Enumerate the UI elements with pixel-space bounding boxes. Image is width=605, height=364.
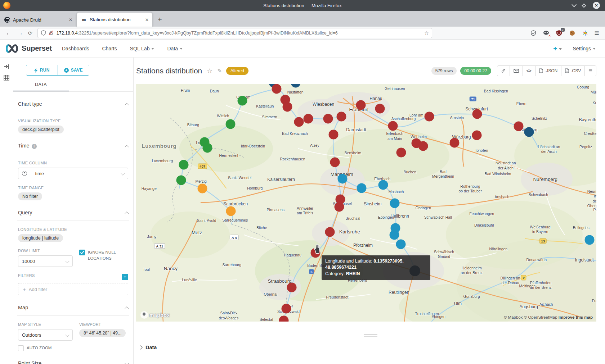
time-column-select[interactable]: __time [18,168,128,179]
station-dot-mosel[interactable] [203,143,212,153]
nav-item-sql-lab[interactable]: SQL Lab [130,46,154,51]
url-bar[interactable]: 172.18.0.4:32251/superset/explore/?form_… [37,28,432,38]
firefox-menu-icon[interactable]: ☰ [595,30,599,36]
section-point-size[interactable]: Point Size [18,360,128,364]
run-button[interactable]: RUN [26,65,58,75]
new-item-button[interactable]: + [553,45,562,53]
row-limit-select[interactable]: 10000 [18,255,73,267]
add-filter-box[interactable]: + Add filter [18,283,128,295]
station-dot-main[interactable] [524,127,534,137]
tab-close-icon[interactable]: ✕ [69,17,72,22]
export-json-button[interactable]: .JSON [535,66,561,76]
lonlat-pill[interactable]: longitude | latitude [18,234,63,242]
section-map[interactable]: Map [18,305,128,315]
chart-menu-button[interactable]: ☰ [584,66,596,76]
window-minimize-icon[interactable] [572,2,577,7]
insecure-lock-icon[interactable] [48,30,54,36]
nav-item-charts[interactable]: Charts [102,46,117,51]
station-dot-neckar[interactable] [584,235,594,245]
station-dot-neckar[interactable] [337,174,347,183]
station-dot-rhein[interactable] [472,109,482,119]
collapse-panel-icon[interactable] [4,64,9,69]
station-dot-saar[interactable] [198,183,207,193]
nav-item-data[interactable]: Data [167,46,183,51]
improve-map-link[interactable]: Improve this map [559,315,593,319]
station-dot-rhein[interactable] [281,304,291,313]
mask-extension-icon[interactable]: ✕ [543,29,550,37]
map-style-select[interactable]: Outdoors [18,329,73,341]
mapbox-logo[interactable]: mapbox [140,311,170,319]
bookmark-star-icon[interactable]: ☆ [424,30,429,36]
share-link-button[interactable] [497,66,510,76]
nav-item-dashboards[interactable]: Dashboards [62,46,89,51]
station-dot-rhein[interactable] [272,84,281,94]
station-dot-neckar[interactable] [389,230,399,240]
section-query[interactable]: Query [18,210,128,220]
station-dot-mosel[interactable] [238,96,247,105]
station-dot-mosel[interactable] [176,176,186,185]
window-maximize-icon[interactable] [582,3,586,8]
station-dot-rhein[interactable] [336,112,346,122]
colorful-asterisk-icon[interactable] [582,29,589,37]
new-tab-button[interactable]: + [158,15,162,24]
station-dot-rhein[interactable] [388,121,398,131]
station-dot-neckar[interactable] [390,198,400,208]
resize-handle[interactable] [364,334,377,337]
station-dot-neckar[interactable] [357,183,367,193]
add-filter-plus-button[interactable]: + [122,274,128,280]
station-dot-rhein[interactable] [329,130,339,140]
cookie-extension-icon[interactable] [569,29,576,37]
station-dot-rhein[interactable] [418,141,428,151]
ublock-icon[interactable]: 2 [556,29,563,37]
tab-close-icon[interactable]: ✕ [145,17,149,22]
station-dot-rhein[interactable] [450,138,460,147]
favorite-star-icon[interactable]: ☆ [207,67,212,75]
station-dot-rhein[interactable] [283,102,292,112]
station-dot-rhein[interactable] [330,158,340,167]
superset-logo[interactable]: Superset [4,44,52,54]
embed-code-button[interactable]: <> [523,66,535,76]
map-canvas[interactable]: Longitude and Latitude: 8.1359273095, 48… [136,84,596,322]
station-dot-rhein[interactable] [396,148,406,158]
station-dot-neckar[interactable] [378,180,388,190]
station-dot-rhein[interactable] [425,112,434,122]
station-dot-rhein[interactable] [514,122,524,131]
tab-apache-druid[interactable]: Apache Druid ✕ [0,13,76,27]
window-close-icon[interactable]: ✕ [593,2,600,9]
checkbox-unchecked-icon[interactable] [18,345,24,351]
settings-menu[interactable]: Settings [573,46,596,51]
auto-zoom-checkbox-row[interactable]: AUTO ZOOM [18,345,73,351]
ignore-null-checkbox-row[interactable]: IGNORE NULL LOCATIONS [79,249,128,262]
viewport-pill[interactable]: 8° 46' 45.28" | 49... [79,329,126,337]
tab-stations-distribution[interactable]: ∞ Stations distribution ✕ [76,12,153,27]
station-dot-rhein[interactable] [287,282,296,292]
pocket-shield-icon[interactable] [530,29,537,37]
station-dot-rhein[interactable] [303,114,313,123]
reload-button[interactable]: ⟳ [28,30,32,36]
forward-button[interactable]: → [17,30,23,36]
shield-permissions-icon[interactable] [41,30,46,36]
station-dot-saar[interactable] [226,206,236,216]
email-button[interactable] [510,66,523,76]
save-button[interactable]: + SAVE [58,65,89,75]
station-dot-mosel[interactable] [179,160,188,170]
edit-properties-icon[interactable]: ✎ [217,68,222,74]
station-dot-rhein[interactable] [323,114,333,123]
station-dot-neckar[interactable] [396,240,405,249]
back-button[interactable]: ← [6,30,12,36]
checkbox-checked-icon[interactable] [79,250,85,255]
tab-data[interactable]: DATA [18,82,64,91]
station-dot-rhein[interactable] [325,227,335,237]
station-dot-rhein[interactable] [334,202,344,212]
data-panel-toggle[interactable]: Data [139,345,605,350]
section-time[interactable]: Timei [18,143,128,154]
station-dot-rhein[interactable] [375,104,385,113]
viz-type-pill[interactable]: deck.gl Scatterplot [18,126,64,133]
station-dot-rhein[interactable] [294,117,304,127]
export-csv-button[interactable]: .CSV [561,66,584,76]
section-chart-type[interactable]: Chart type [18,101,128,112]
time-range-pill[interactable]: No filter [18,192,42,200]
station-dot-mosel[interactable] [225,119,235,129]
station-dot-rhein[interactable] [472,130,481,140]
station-dot-rhein[interactable] [356,100,366,110]
